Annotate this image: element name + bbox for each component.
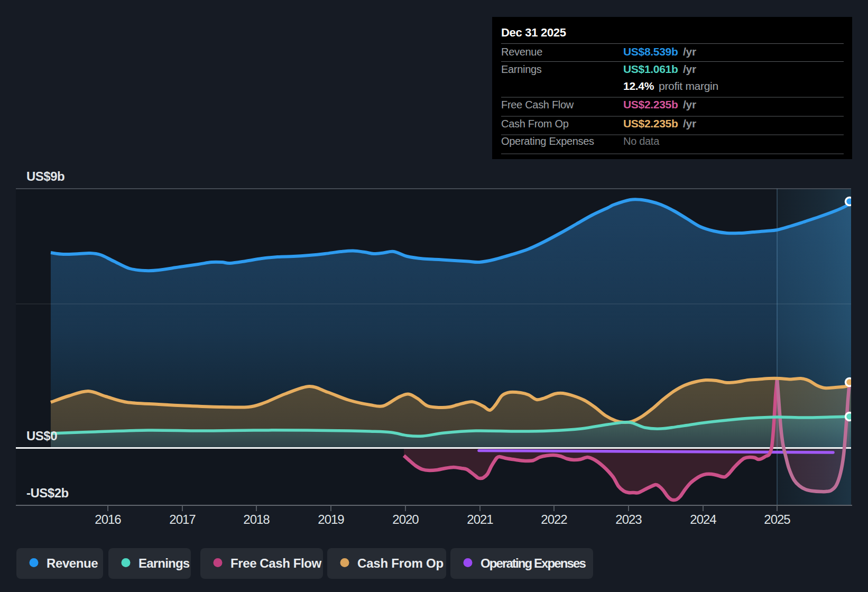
svg-text:Revenue: Revenue bbox=[47, 556, 98, 570]
svg-text:Cash From Op: Cash From Op bbox=[501, 118, 569, 130]
svg-text:/yr: /yr bbox=[683, 45, 696, 58]
svg-text:US$9b: US$9b bbox=[26, 169, 64, 183]
svg-text:-US$2b: -US$2b bbox=[26, 486, 69, 500]
svg-text:Operating Expenses: Operating Expenses bbox=[501, 135, 594, 147]
svg-text:2025: 2025 bbox=[764, 512, 790, 526]
svg-text:2016: 2016 bbox=[95, 512, 121, 526]
svg-text:Operating Expenses: Operating Expenses bbox=[481, 556, 586, 570]
svg-text:2023: 2023 bbox=[615, 512, 642, 526]
svg-text:2022: 2022 bbox=[541, 512, 567, 526]
svg-text:Dec 31 2025: Dec 31 2025 bbox=[501, 26, 566, 39]
svg-text:Revenue: Revenue bbox=[501, 46, 542, 58]
svg-text:12.4%: 12.4% bbox=[623, 80, 654, 92]
svg-text:Earnings: Earnings bbox=[501, 63, 542, 75]
svg-text:2021: 2021 bbox=[467, 512, 493, 526]
svg-text:Earnings: Earnings bbox=[138, 556, 190, 570]
svg-text:2017: 2017 bbox=[169, 512, 196, 526]
svg-text:2020: 2020 bbox=[392, 512, 419, 526]
svg-text:profit margin: profit margin bbox=[659, 80, 718, 92]
svg-text:/yr: /yr bbox=[683, 63, 696, 75]
svg-text:US$0: US$0 bbox=[26, 429, 57, 443]
svg-text:Cash From Op: Cash From Op bbox=[357, 556, 444, 570]
svg-text:US$2.235b: US$2.235b bbox=[623, 98, 678, 110]
svg-text:US$1.061b: US$1.061b bbox=[623, 63, 678, 75]
svg-text:/yr: /yr bbox=[683, 98, 696, 110]
svg-text:2024: 2024 bbox=[690, 512, 716, 526]
svg-text:2019: 2019 bbox=[318, 512, 344, 526]
svg-text:US$8.539b: US$8.539b bbox=[623, 45, 678, 58]
svg-text:Free Cash Flow: Free Cash Flow bbox=[501, 99, 574, 110]
svg-text:/yr: /yr bbox=[683, 117, 696, 130]
svg-text:No data: No data bbox=[623, 135, 660, 147]
svg-text:US$2.235b: US$2.235b bbox=[623, 117, 678, 130]
svg-text:2018: 2018 bbox=[243, 512, 270, 526]
svg-text:Free Cash Flow: Free Cash Flow bbox=[230, 556, 322, 570]
